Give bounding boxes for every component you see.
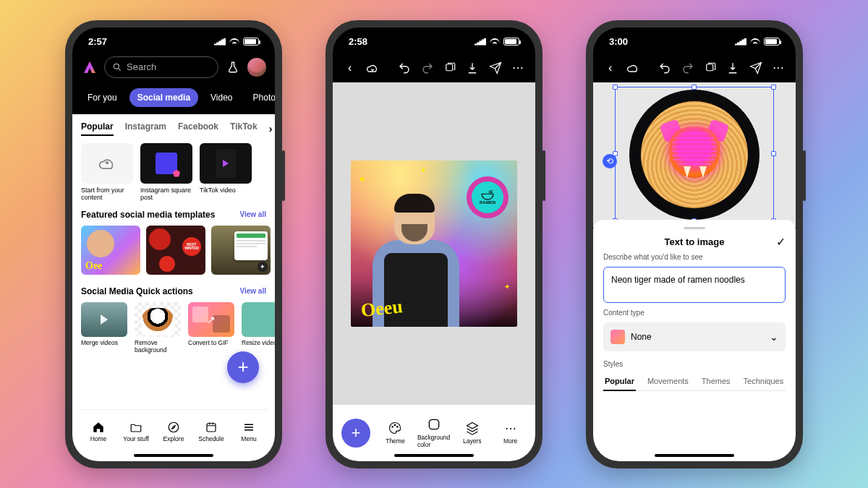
duplicate-icon[interactable] (703, 61, 717, 75)
signal-icon (735, 38, 746, 46)
rotate-handle[interactable]: ⟲ (603, 154, 617, 168)
card-label: TikTok video (200, 187, 252, 194)
back-icon[interactable]: ‹ (603, 61, 617, 75)
template-3[interactable]: ✦ (211, 226, 271, 275)
content-type-select[interactable]: None ⌄ (603, 322, 786, 351)
subtab-facebook[interactable]: Facebook (178, 121, 218, 136)
drag-handle[interactable] (684, 227, 705, 229)
app-logo-icon[interactable] (81, 59, 98, 76)
cloud-icon[interactable] (626, 61, 640, 75)
template-2[interactable]: BESTWINTER (146, 226, 205, 275)
ramen-bowl-icon (480, 190, 495, 200)
card-instagram-post[interactable]: Instagram square post (140, 143, 192, 201)
send-icon[interactable] (749, 61, 762, 75)
nav-menu[interactable]: Menu (230, 410, 268, 454)
fab-add-button[interactable]: + (227, 351, 259, 383)
qa-merge-videos[interactable]: Merge videos (81, 302, 127, 354)
search-placeholder: Search (127, 61, 156, 72)
fab-add-button[interactable]: + (341, 419, 370, 448)
nav-schedule[interactable]: Schedule (192, 410, 230, 454)
artwork[interactable]: ✦ ✦ ✦ RAMEN Oeeu (351, 160, 517, 327)
tool-background-color[interactable]: Background color (417, 417, 450, 448)
style-tab-movements[interactable]: Movements (646, 374, 690, 390)
view-all-link[interactable]: View all (239, 210, 266, 218)
resize-handle[interactable] (771, 151, 776, 156)
nav-explore[interactable]: Explore (155, 410, 192, 454)
view-all-link[interactable]: View all (239, 287, 266, 295)
prompt-input[interactable]: Neon tiger made of ramen noodles (603, 267, 786, 303)
redo-icon[interactable] (420, 61, 434, 75)
editor-toolbar: ‹ ⋯ (593, 56, 796, 82)
status-bar: 2:58 (333, 27, 535, 56)
nav-home[interactable]: Home (80, 410, 117, 454)
redo-icon[interactable] (681, 61, 694, 75)
duplicate-icon[interactable] (443, 61, 456, 75)
instagram-template-icon (140, 143, 192, 184)
signal-icon (475, 38, 486, 46)
sheet-title: Text to image (665, 236, 725, 247)
home-indicator[interactable] (655, 454, 734, 457)
resize-handle[interactable] (771, 85, 776, 90)
compass-icon (167, 421, 180, 434)
ramen-badge[interactable]: RAMEN (467, 176, 509, 218)
nav-your-stuff[interactable]: Your stuff (117, 410, 155, 454)
card-start-from-content[interactable]: Start from your content (81, 143, 133, 201)
editor-bottom-bar: + Theme Background color Layers ⋯ More (333, 405, 535, 461)
more-icon[interactable]: ⋯ (511, 61, 525, 75)
svg-rect-2 (207, 424, 216, 432)
home-indicator[interactable] (394, 454, 474, 457)
svg-rect-7 (429, 419, 438, 429)
prompt-text: Neon tiger made of ramen noodles (611, 275, 745, 285)
tool-theme[interactable]: Theme (379, 421, 412, 445)
app-bar: Search (72, 56, 275, 84)
wifi-icon (490, 38, 500, 46)
svg-point-5 (395, 424, 396, 426)
tab-photo[interactable]: Photo (245, 88, 275, 107)
card-tiktok-video[interactable]: TikTok video (200, 143, 252, 201)
download-icon[interactable] (726, 61, 740, 75)
chevron-right-icon[interactable]: › (269, 123, 273, 134)
tab-video[interactable]: Video (203, 88, 240, 107)
send-icon[interactable] (488, 61, 502, 75)
template-1[interactable]: Oee (81, 226, 140, 275)
create-row: Start from your content Instagram square… (72, 136, 275, 204)
style-tab-techniques[interactable]: Techniques (742, 374, 786, 390)
folder-icon (129, 421, 142, 434)
screen: 3:00 ‹ ⋯ (593, 27, 796, 461)
confirm-icon[interactable]: ✓ (776, 235, 786, 249)
tool-more[interactable]: ⋯ More (494, 421, 527, 445)
subtab-tiktok[interactable]: TikTok (230, 121, 258, 136)
tab-for-you[interactable]: For you (80, 88, 125, 107)
screen: 2:58 ‹ ⋯ ✦ ✦ ✦ (333, 27, 535, 461)
subtab-popular[interactable]: Popular (81, 121, 114, 136)
beaker-icon[interactable] (224, 59, 242, 76)
featured-row[interactable]: Oee BESTWINTER ✦ (72, 220, 275, 281)
home-indicator[interactable] (134, 454, 213, 457)
search-input[interactable]: Search (104, 56, 218, 78)
back-icon[interactable]: ‹ (343, 61, 357, 75)
generation-canvas[interactable]: ⟲ (593, 82, 796, 227)
chevron-down-icon: ⌄ (770, 331, 778, 343)
resize-handle[interactable] (613, 85, 618, 90)
style-tab-themes[interactable]: Themes (700, 374, 732, 390)
download-icon[interactable] (466, 61, 480, 75)
svg-point-0 (114, 64, 119, 69)
avatar[interactable] (247, 58, 266, 77)
qa-resize-video[interactable]: Resize video (242, 302, 275, 354)
undo-icon[interactable] (658, 61, 671, 75)
resize-handle[interactable] (692, 85, 697, 90)
tab-social-media[interactable]: Social media (129, 88, 198, 107)
canvas[interactable]: ✦ ✦ ✦ RAMEN Oeeu (333, 82, 535, 405)
merge-videos-icon (81, 302, 127, 337)
featured-head: Featured social media templates View all (72, 204, 275, 220)
more-icon[interactable]: ⋯ (772, 61, 786, 75)
undo-icon[interactable] (397, 61, 411, 75)
side-button (803, 150, 806, 201)
qa-remove-background[interactable]: Remove background (135, 302, 181, 354)
subtab-instagram[interactable]: Instagram (125, 121, 166, 136)
tool-layers[interactable]: Layers (456, 421, 488, 445)
status-icons (214, 38, 259, 46)
style-tab-popular[interactable]: Popular (603, 374, 636, 391)
qa-convert-gif[interactable]: ↗ Convert to GIF (188, 302, 234, 354)
cloud-sync-icon[interactable] (365, 61, 380, 75)
